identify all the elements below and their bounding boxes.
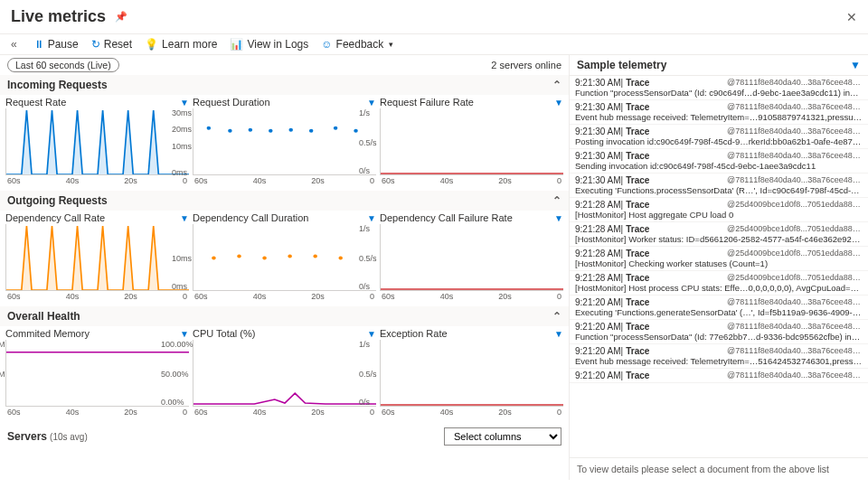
logs-icon: 📊 (230, 38, 243, 51)
telemetry-header: Sample telemetry (577, 59, 666, 71)
filter-icon[interactable]: ▼ (180, 213, 189, 223)
svg-point-3 (269, 129, 272, 133)
telemetry-id: @78111f8e840da40...38a76cee48743a9 (727, 127, 863, 136)
chevron-down-icon: ▾ (389, 40, 393, 49)
chevron-up-icon: ⌃ (552, 194, 561, 207)
telemetry-row[interactable]: 9:21:30 AM | Trace@78111f8e840da40...38a… (570, 174, 868, 198)
telemetry-row[interactable]: 9:21:30 AM | Trace@78111f8e840da40...38a… (570, 149, 868, 174)
telemetry-row[interactable]: 9:21:30 AM | Trace@78111f8e840da40...38a… (570, 76, 868, 100)
section-health[interactable]: Overall Health ⌃ (0, 306, 569, 326)
telemetry-list[interactable]: 9:21:30 AM | Trace@78111f8e840da40...38a… (570, 76, 868, 457)
telemetry-type: Trace (626, 371, 649, 380)
telemetry-id: @25d4009bce1d0f8...7051edda8891d94 (727, 273, 863, 283)
reset-button[interactable]: ↻Reset (91, 38, 132, 51)
svg-point-4 (288, 128, 292, 132)
telemetry-time: 9:21:30 AM (575, 127, 621, 136)
telemetry-row[interactable]: 9:21:28 AM | Trace@25d4009bce1d0f8...705… (570, 198, 868, 222)
telemetry-time: 9:21:28 AM (575, 200, 621, 210)
telemetry-row[interactable]: 9:21:20 AM | Trace@78111f8e840da40...38a… (570, 369, 868, 383)
telemetry-message: Executing 'Functions.processSensorData' … (575, 185, 863, 195)
servers-online-label: 2 servers online (491, 60, 561, 70)
close-icon[interactable]: ✕ (846, 10, 857, 24)
filter-icon[interactable]: ▼ (367, 213, 376, 223)
select-columns-dropdown[interactable]: Select columns (444, 427, 561, 446)
filter-icon[interactable]: ▼ (367, 98, 376, 108)
svg-point-0 (207, 127, 211, 130)
chart-request-duration: Request Duration▼ 30ms 20ms 10ms 0ms 60s… (193, 97, 376, 185)
telemetry-message: Executing 'Functions.generateSensorData'… (575, 307, 863, 317)
svg-point-10 (237, 255, 241, 258)
telemetry-time: 9:21:20 AM (575, 371, 621, 380)
view-logs-button[interactable]: 📊View in Logs (230, 38, 308, 51)
pin-icon[interactable]: 📌 (115, 11, 127, 23)
telemetry-row[interactable]: 9:21:28 AM | Trace@25d4009bce1d0f8...705… (570, 247, 868, 271)
telemetry-row[interactable]: 9:21:30 AM | Trace@78111f8e840da40...38a… (570, 125, 868, 149)
telemetry-message: Sending invocation id:c90c649f-798f-45cd… (575, 161, 863, 171)
filter-icon[interactable]: ▼ (180, 98, 189, 108)
learn-more-button[interactable]: 💡Learn more (145, 38, 217, 51)
svg-point-11 (262, 257, 266, 260)
telemetry-row[interactable]: 9:21:28 AM | Trace@25d4009bce1d0f8...705… (570, 222, 868, 247)
back-chevron-icon[interactable]: « (7, 38, 21, 51)
telemetry-time: 9:21:30 AM (575, 175, 621, 185)
svg-point-12 (288, 255, 291, 258)
section-incoming[interactable]: Incoming Requests ⌃ (0, 75, 569, 95)
telemetry-type: Trace (626, 273, 649, 283)
svg-point-6 (334, 127, 337, 130)
svg-point-9 (212, 257, 215, 260)
telemetry-row[interactable]: 9:21:20 AM | Trace@78111f8e840da40...38a… (570, 296, 868, 320)
telemetry-message: [HostMonitor] Checking worker statuses (… (575, 258, 863, 268)
filter-icon[interactable]: ▼ (554, 213, 563, 223)
telemetry-row[interactable]: 9:21:20 AM | Trace@78111f8e840da40...38a… (570, 344, 868, 369)
chart-dep-duration: Dependency Call Duration▼ 10ms 0ms 60s40… (193, 212, 376, 301)
telemetry-row[interactable]: 9:21:28 AM | Trace@25d4009bce1d0f8...705… (570, 271, 868, 296)
servers-suffix: (10s avg) (50, 432, 88, 442)
filter-icon[interactable]: ▼ (554, 98, 563, 108)
telemetry-time: 9:21:20 AM (575, 322, 621, 332)
telemetry-time: 9:21:30 AM (575, 102, 621, 112)
telemetry-message: [HostMonitor] Worker status: ID=d5661206… (575, 234, 863, 244)
telemetry-row[interactable]: 9:21:20 AM | Trace@78111f8e840da40...38a… (570, 320, 868, 344)
chevron-up-icon: ⌃ (552, 79, 561, 91)
svg-point-5 (309, 129, 313, 133)
filter-icon[interactable]: ▼ (850, 59, 861, 71)
telemetry-time: 9:21:28 AM (575, 249, 621, 258)
telemetry-time: 9:21:28 AM (575, 273, 621, 283)
time-range-pill[interactable]: Last 60 seconds (Live) (7, 58, 119, 72)
page-title: Live metrics (11, 7, 106, 26)
pause-button[interactable]: ⏸Pause (33, 38, 79, 51)
telemetry-id: @78111f8e840da40...38a76cee48743a9 (727, 371, 863, 380)
telemetry-type: Trace (626, 151, 649, 161)
telemetry-type: Trace (626, 127, 649, 136)
chart-exception: Exception Rate▼ 1/s 0.5/s 0/s 60s40s20s0 (380, 328, 563, 417)
smiley-icon: ☺ (321, 38, 332, 51)
telemetry-id: @78111f8e840da40...38a76cee48743a9 (727, 78, 863, 88)
telemetry-type: Trace (626, 249, 649, 258)
chart-request-rate: Request Rate▼ 3/s 2/s 1/s 60s40s20s0 (5, 97, 189, 185)
telemetry-type: Trace (626, 346, 649, 356)
telemetry-time: 9:21:30 AM (575, 78, 621, 88)
telemetry-footer: To view details please select a document… (570, 457, 868, 480)
chart-dep-rate: Dependency Call Rate▼ 3/s 2/s 1/s 60s40s… (5, 212, 189, 301)
telemetry-type: Trace (626, 224, 649, 234)
telemetry-type: Trace (626, 78, 649, 88)
telemetry-id: @25d4009bce1d0f8...7051edda8891d94 (727, 249, 863, 258)
section-servers: Servers (7, 430, 47, 443)
filter-icon[interactable]: ▼ (180, 329, 189, 339)
telemetry-type: Trace (626, 175, 649, 185)
telemetry-message: Event hub message received: TelemetryIte… (575, 112, 863, 122)
telemetry-type: Trace (626, 200, 649, 210)
svg-point-14 (338, 257, 342, 260)
filter-icon[interactable]: ▼ (367, 329, 376, 339)
telemetry-time: 9:21:30 AM (575, 151, 621, 161)
chevron-up-icon: ⌃ (552, 310, 561, 323)
reset-icon: ↻ (91, 38, 100, 51)
telemetry-id: @78111f8e840da40...38a76cee48743a9 (727, 102, 863, 112)
filter-icon[interactable]: ▼ (554, 329, 563, 339)
lightbulb-icon: 💡 (145, 38, 158, 51)
telemetry-row[interactable]: 9:21:30 AM | Trace@78111f8e840da40...38a… (570, 100, 868, 125)
pause-icon: ⏸ (33, 38, 44, 51)
section-outgoing[interactable]: Outgoing Requests ⌃ (0, 191, 569, 211)
feedback-button[interactable]: ☺Feedback▾ (321, 38, 393, 51)
telemetry-id: @78111f8e840da40...38a76cee48743a9 (727, 297, 863, 307)
